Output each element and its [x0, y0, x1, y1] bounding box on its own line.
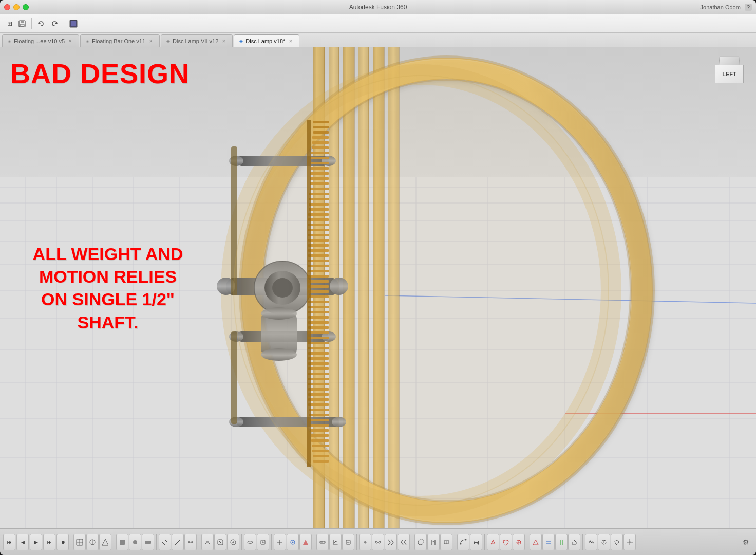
svg-point-164 — [292, 541, 294, 543]
nav-play-button[interactable]: ▶ — [30, 534, 42, 550]
tool-group-3 — [159, 534, 197, 550]
tool-btn-32[interactable] — [513, 534, 525, 550]
tab-label-2: Floating Bar One v11 — [92, 38, 145, 44]
tool-btn-25[interactable] — [414, 534, 427, 550]
tab-floating-bar[interactable]: ◈ Floating Bar One v11 ✕ — [80, 34, 160, 47]
tool-btn-28[interactable] — [457, 534, 469, 550]
minimize-button[interactable] — [13, 4, 20, 10]
tab-icon-3: ◈ — [166, 39, 170, 44]
tool-group-8 — [359, 534, 410, 550]
tool-btn-29[interactable] — [470, 534, 482, 550]
tool-btn-23[interactable] — [385, 534, 397, 550]
svg-point-177 — [460, 543, 462, 544]
undo-button[interactable] — [35, 18, 47, 29]
tool-btn-7[interactable] — [159, 534, 171, 550]
tool-btn-6[interactable] — [142, 534, 154, 550]
titlebar-right: Jonathan Odom ? — [701, 4, 752, 11]
tool-btn-18[interactable] — [316, 534, 329, 550]
tab-close-1[interactable]: ✕ — [67, 38, 73, 44]
tool-btn-11[interactable] — [214, 534, 226, 550]
help-button[interactable]: ? — [745, 4, 752, 11]
user-name[interactable]: Jonathan Odom — [701, 4, 741, 10]
tool-group-12 — [530, 534, 580, 550]
nav-prev-button[interactable]: ◀ — [16, 534, 29, 550]
svg-point-155 — [191, 541, 193, 543]
view-cube-front[interactable]: LEFT — [715, 65, 744, 83]
svg-marker-179 — [474, 541, 476, 545]
svg-point-150 — [133, 540, 137, 544]
bottom-toolbar: ⏮ ◀ ▶ ⏭ ⏺ — [0, 528, 756, 555]
svg-rect-141 — [231, 331, 237, 424]
view-cube[interactable]: LEFT — [715, 55, 744, 84]
nav-record-button[interactable]: ⏺ — [56, 534, 69, 550]
tool-btn-21[interactable] — [359, 534, 371, 550]
nav-first-button[interactable]: ⏮ — [3, 534, 15, 550]
tool-btn-10[interactable] — [201, 534, 214, 550]
tool-btn-3[interactable] — [99, 534, 111, 550]
tool-btn-9[interactable] — [184, 534, 197, 550]
tool-btn-8[interactable] — [172, 534, 184, 550]
svg-marker-148 — [102, 539, 108, 545]
close-button[interactable] — [4, 4, 10, 10]
tab-disc-lamp-vii[interactable]: ◈ Disc Lamp VII v12 ✕ — [161, 34, 233, 47]
tab-close-2[interactable]: ✕ — [148, 38, 154, 44]
tool-group-13 — [585, 534, 636, 550]
tool-btn-34[interactable] — [542, 534, 555, 550]
svg-point-170 — [375, 541, 377, 543]
tool-group-1 — [73, 534, 111, 550]
tool-btn-14[interactable] — [257, 534, 269, 550]
tool-btn-15[interactable] — [274, 534, 286, 550]
tool-btn-38[interactable] — [598, 534, 610, 550]
tool-btn-2[interactable] — [86, 534, 99, 550]
tool-btn-30[interactable] — [487, 534, 499, 550]
tool-btn-37[interactable] — [585, 534, 597, 550]
tool-group-7 — [316, 534, 354, 550]
bottom-sep-13 — [582, 534, 583, 550]
tab-close-4[interactable]: ✕ — [288, 38, 294, 44]
tab-disc-lamp-v18[interactable]: ◈ Disc Lamp v18* ✕ — [234, 34, 299, 47]
3d-viewport[interactable]: BAD DESIGN ALL WEIGHT AND MOTION RELIES … — [0, 47, 756, 528]
tool-btn-24[interactable] — [398, 534, 410, 550]
tool-btn-19[interactable] — [329, 534, 342, 550]
settings-button[interactable]: ⚙ — [739, 535, 753, 549]
tool-btn-35[interactable] — [555, 534, 568, 550]
bad-design-label: BAD DESIGN — [10, 58, 190, 89]
bottom-sep-11 — [484, 534, 485, 550]
tool-btn-36[interactable] — [568, 534, 580, 550]
traffic-lights — [4, 4, 29, 10]
tool-btn-17[interactable] — [299, 534, 312, 550]
tool-btn-26[interactable] — [427, 534, 440, 550]
main-content: BAD DESIGN ALL WEIGHT AND MOTION RELIES … — [0, 47, 756, 528]
tool-btn-20[interactable] — [342, 534, 354, 550]
svg-rect-1 — [21, 21, 24, 23]
tool-btn-5[interactable] — [129, 534, 141, 550]
view-cube-label: LEFT — [722, 71, 736, 77]
tool-btn-12[interactable] — [227, 534, 239, 550]
maximize-button[interactable] — [23, 4, 29, 10]
tool-btn-13[interactable] — [244, 534, 256, 550]
tool-btn-1[interactable] — [73, 534, 86, 550]
bottom-sep-6 — [271, 534, 272, 550]
description-line3: ON SINGLE 1/2" SHAFT. — [41, 289, 175, 331]
render-button[interactable] — [68, 18, 79, 29]
tool-btn-22[interactable] — [372, 534, 384, 550]
redo-button[interactable] — [49, 18, 60, 29]
save-button[interactable] — [16, 18, 28, 29]
tab-icon-4: ◈ — [239, 39, 243, 44]
description-label: ALL WEIGHT AND MOTION RELIES ON SINGLE 1… — [10, 243, 205, 334]
bottom-sep-9 — [412, 534, 412, 550]
tool-btn-4[interactable] — [116, 534, 128, 550]
tool-btn-27[interactable] — [440, 534, 452, 550]
tool-group-2 — [116, 534, 154, 550]
tab-close-3[interactable]: ✕ — [221, 38, 227, 44]
tool-btn-16[interactable] — [287, 534, 299, 550]
tool-btn-31[interactable] — [500, 534, 512, 550]
tab-floating-ee[interactable]: ◈ Floating ...ee v10 v5 ✕ — [2, 34, 79, 47]
view-cube-top[interactable] — [719, 57, 740, 65]
svg-rect-2 — [20, 24, 24, 26]
tool-btn-40[interactable] — [623, 534, 636, 550]
grid-view-button[interactable]: ⊞ — [4, 18, 15, 29]
tool-btn-39[interactable] — [611, 534, 623, 550]
nav-next-button[interactable]: ⏭ — [43, 534, 55, 550]
tool-btn-33[interactable] — [530, 534, 542, 550]
